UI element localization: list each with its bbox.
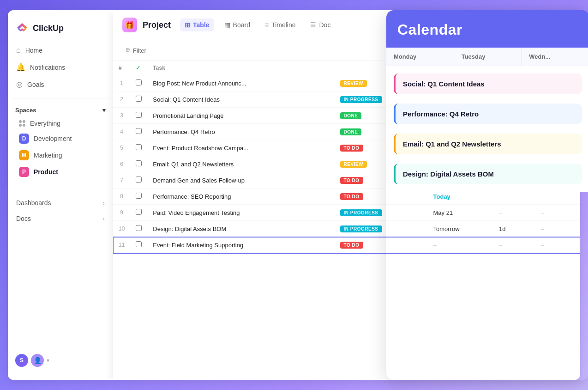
filter-button[interactable]: ⧉ Filter xyxy=(122,45,150,56)
row-number: 11 xyxy=(113,237,130,253)
spaces-section-header[interactable]: Spaces ▾ xyxy=(8,104,113,116)
sidebar-item-marketing[interactable]: M Marketing xyxy=(12,147,109,164)
cal-event-email[interactable]: Email: Q1 and Q2 Newsletters xyxy=(394,134,582,154)
sidebar-item-product[interactable]: P Product xyxy=(12,164,109,180)
sidebar-footer: S 👤 ▾ xyxy=(8,348,113,372)
sidebar: ClickUp ⌂ Home 🔔 Notifications ◎ Goals S… xyxy=(8,10,113,380)
row-task-name[interactable]: Blog Post: New Product Announc... xyxy=(147,75,334,91)
sidebar-item-dashboards[interactable]: Dashboards › xyxy=(12,195,109,210)
status-badge: DONE xyxy=(340,128,362,135)
tab-doc-label: Doc xyxy=(319,21,330,29)
chevron-right-icon-docs: › xyxy=(102,215,105,222)
status-badge: IN PROGRESS xyxy=(340,225,382,232)
project-title: Project xyxy=(143,20,171,30)
development-dot: D xyxy=(19,134,29,144)
sidebar-bottom: Dashboards › Docs › xyxy=(8,195,113,226)
row-task-name[interactable]: Email: Q1 and Q2 Newsletters xyxy=(147,156,334,172)
clickup-logo-icon xyxy=(15,21,29,35)
tab-board[interactable]: ▦ Board xyxy=(220,18,255,31)
cal-day-wednesday: Wedn... xyxy=(522,48,588,66)
row-checkbox[interactable] xyxy=(130,172,147,189)
row-checkbox[interactable] xyxy=(130,156,147,172)
cal-day-monday: Monday xyxy=(386,48,454,66)
filter-label: Filter xyxy=(133,47,146,54)
chevron-right-icon: › xyxy=(102,199,105,207)
row-task-name[interactable]: Event: Product Roadshow Campa... xyxy=(147,140,334,156)
logo-text: ClickUp xyxy=(33,24,64,33)
status-badge: TO DO xyxy=(340,242,363,249)
row-task-name[interactable]: Event: Field Marketing Supporting xyxy=(147,237,334,253)
chevron-down-icon: ▾ xyxy=(102,107,106,114)
row-task-name[interactable]: Design: Digital Assets BOM xyxy=(147,221,334,237)
row-checkbox[interactable] xyxy=(130,91,147,108)
row-checkbox[interactable] xyxy=(130,124,147,140)
home-label: Home xyxy=(25,47,42,54)
filter-icon: ⧉ xyxy=(126,47,130,54)
sidebar-item-development[interactable]: D Development xyxy=(12,130,109,147)
sidebar-item-home[interactable]: ⌂ Home xyxy=(12,43,109,58)
home-icon: ⌂ xyxy=(16,46,21,55)
col-number: # xyxy=(113,61,130,75)
row-number: 2 xyxy=(113,91,130,108)
avatar-s: S xyxy=(15,354,28,367)
row-number: 1 xyxy=(113,75,130,91)
tab-table[interactable]: ⊞ Table xyxy=(180,18,214,31)
development-label: Development xyxy=(34,135,72,142)
row-checkbox[interactable] xyxy=(130,75,147,91)
row-task-name[interactable]: Social: Q1 Content Ideas xyxy=(147,91,334,108)
row-number: 4 xyxy=(113,124,130,140)
tab-doc[interactable]: ☰ Doc xyxy=(306,18,335,31)
row-task-name[interactable]: Promotional Landing Page xyxy=(147,108,334,124)
sidebar-item-goals[interactable]: ◎ Goals xyxy=(12,76,109,92)
row-number: 10 xyxy=(113,221,130,237)
doc-tab-icon: ☰ xyxy=(310,21,316,29)
marketing-label: Marketing xyxy=(34,152,62,159)
cal-event-performance[interactable]: Performance: Q4 Retro xyxy=(394,104,582,124)
row-checkbox[interactable] xyxy=(130,205,147,221)
cal-event-design[interactable]: Design: Digital Assets BOM xyxy=(394,164,582,184)
row-checkbox[interactable] xyxy=(130,221,147,237)
status-badge: REVIEW xyxy=(340,80,367,87)
calendar-title: Calendar xyxy=(397,21,462,38)
status-badge: IN PROGRESS xyxy=(340,96,382,103)
row-task-name[interactable]: Demand Gen and Sales Follow-up xyxy=(147,172,334,189)
row-number: 5 xyxy=(113,140,130,156)
project-icon: 🎁 xyxy=(122,18,137,32)
product-label: Product xyxy=(34,168,58,176)
row-number: 3 xyxy=(113,108,130,124)
marketing-dot: M xyxy=(19,150,29,160)
everything-label: Everything xyxy=(30,120,60,127)
sidebar-item-notifications[interactable]: 🔔 Notifications xyxy=(12,59,109,75)
product-dot: P xyxy=(19,167,29,177)
board-tab-icon: ▦ xyxy=(224,21,230,29)
table-tab-icon: ⊞ xyxy=(185,21,190,29)
cal-event-social[interactable]: Social: Q1 Content Ideas xyxy=(394,73,582,94)
sidebar-item-everything[interactable]: Everything xyxy=(12,116,109,130)
sidebar-item-docs[interactable]: Docs › xyxy=(12,211,109,226)
sidebar-divider xyxy=(12,98,109,98)
cal-event-performance-label: Performance: Q4 Retro xyxy=(403,110,479,118)
row-task-name[interactable]: Performance: Q4 Retro xyxy=(147,124,334,140)
row-checkbox[interactable] xyxy=(130,237,147,253)
tab-timeline[interactable]: ≡ Timeline xyxy=(260,18,300,31)
everything-dots-icon xyxy=(19,120,25,127)
row-task-name[interactable]: Paid: Video Engagement Testing xyxy=(147,205,334,221)
row-checkbox[interactable] xyxy=(130,189,147,205)
timeline-tab-icon: ≡ xyxy=(265,21,269,29)
tab-timeline-label: Timeline xyxy=(271,21,295,29)
row-number: 8 xyxy=(113,189,130,205)
goals-icon: ◎ xyxy=(16,80,23,89)
row-checkbox[interactable] xyxy=(130,108,147,124)
cal-day-tuesday: Tuesday xyxy=(454,48,522,66)
status-badge: TO DO xyxy=(340,193,363,200)
row-task-name[interactable]: Performance: SEO Reporting xyxy=(147,189,334,205)
bell-icon: 🔔 xyxy=(16,63,25,72)
status-badge: TO DO xyxy=(340,177,363,184)
row-number: 6 xyxy=(113,156,130,172)
cal-event-email-label: Email: Q1 and Q2 Newsletters xyxy=(403,140,501,148)
status-badge: IN PROGRESS xyxy=(340,209,382,216)
cal-event-design-label: Design: Digital Assets BOM xyxy=(403,170,494,178)
sidebar-nav: ⌂ Home 🔔 Notifications ◎ Goals xyxy=(8,43,113,92)
cal-event-social-label: Social: Q1 Content Ideas xyxy=(403,80,485,88)
row-checkbox[interactable] xyxy=(130,140,147,156)
